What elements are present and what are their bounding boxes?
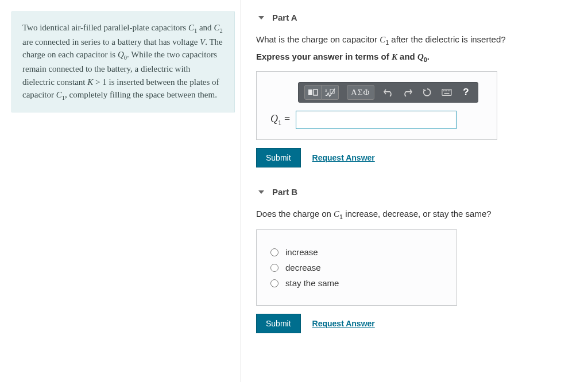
- redo-icon[interactable]: [402, 85, 413, 99]
- help-button[interactable]: ?: [461, 85, 472, 99]
- reset-icon[interactable]: [421, 85, 433, 99]
- equation-toolbar: x ΑΣΦ ?: [298, 82, 478, 103]
- svg-rect-6: [444, 90, 446, 91]
- part-b: Part B Does the charge on C1 increase, d…: [255, 184, 579, 333]
- radio-label: increase: [285, 247, 318, 257]
- svg-rect-0: [308, 89, 312, 95]
- right-column: Part A What is the charge on capacitor C…: [241, 0, 588, 382]
- template-icon[interactable]: [304, 85, 322, 100]
- part-a: Part A What is the charge on capacitor C…: [255, 9, 579, 167]
- radio-input[interactable]: [270, 264, 278, 272]
- keyboard-icon[interactable]: [441, 85, 452, 99]
- svg-rect-4: [442, 89, 451, 96]
- answer-label: Q1 =: [270, 113, 290, 127]
- radio-option[interactable]: increase: [270, 247, 443, 257]
- svg-rect-7: [446, 90, 447, 91]
- greek-letters-button[interactable]: ΑΣΦ: [347, 85, 374, 100]
- part-a-title: Part A: [272, 13, 297, 22]
- part-b-question: Does the charge on C1 increase, decrease…: [256, 209, 579, 220]
- part-b-title: Part B: [272, 187, 297, 197]
- part-a-question: What is the charge on capacitor C1 after…: [256, 34, 579, 46]
- part-a-header[interactable]: Part A: [255, 9, 579, 26]
- svg-rect-5: [443, 90, 444, 91]
- left-column: Two identical air-filled parallel-plate …: [0, 0, 241, 382]
- radio-option[interactable]: stay the same: [270, 278, 443, 288]
- answer-input[interactable]: [296, 111, 457, 129]
- template-group: x: [304, 85, 339, 100]
- part-a-instruction: Express your answer in terms of K and Q0…: [256, 52, 579, 63]
- radio-label: stay the same: [285, 278, 339, 288]
- radio-label: decrease: [285, 263, 321, 272]
- request-answer-link[interactable]: Request Answer: [312, 319, 375, 328]
- radio-option[interactable]: decrease: [270, 263, 443, 272]
- action-row-a: Submit Request Answer: [256, 148, 579, 167]
- action-row-b: Submit Request Answer: [256, 314, 579, 333]
- svg-rect-9: [449, 90, 450, 91]
- part-b-header[interactable]: Part B: [255, 184, 579, 201]
- svg-text:x: x: [325, 88, 327, 93]
- undo-icon[interactable]: [382, 85, 394, 99]
- answer-panel-a: x ΑΣΦ ?: [256, 71, 497, 140]
- part-b-body: Does the charge on C1 increase, decrease…: [255, 209, 579, 333]
- radio-input[interactable]: [270, 248, 278, 256]
- problem-statement: Two identical air-filled parallel-plate …: [11, 11, 235, 112]
- radio-input[interactable]: [270, 279, 278, 287]
- submit-button[interactable]: Submit: [256, 148, 301, 167]
- part-a-body: What is the charge on capacitor C1 after…: [255, 34, 579, 167]
- answer-panel-b: increase decrease stay the same: [256, 229, 457, 306]
- request-answer-link[interactable]: Request Answer: [312, 153, 375, 162]
- svg-rect-1: [314, 89, 318, 95]
- caret-down-icon: [258, 190, 264, 194]
- svg-rect-8: [447, 90, 448, 91]
- equation-row: Q1 =: [270, 111, 483, 129]
- fraction-sqrt-icon[interactable]: x: [322, 85, 339, 100]
- svg-rect-10: [444, 93, 449, 94]
- submit-button[interactable]: Submit: [256, 314, 301, 333]
- caret-down-icon: [258, 16, 264, 20]
